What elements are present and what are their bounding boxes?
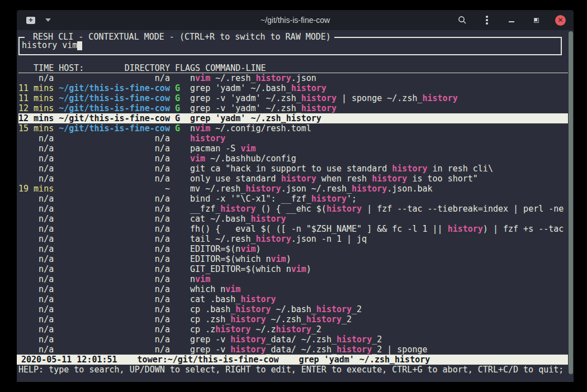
history-row[interactable]: n/a n/a GIT_EDITOR=$(which nvim) bbox=[18, 264, 568, 274]
dropdown-caret-icon bbox=[45, 18, 51, 22]
history-row[interactable]: 19 mins ~ mv ~/.resh_history.json ~/.res… bbox=[18, 184, 568, 194]
history-row[interactable]: n/a n/a cat .bash_history bbox=[18, 294, 568, 304]
close-button[interactable]: ✕ bbox=[555, 15, 566, 26]
status-command: grep 'yadm' ~/.zsh_history bbox=[278, 355, 430, 365]
maximize-icon bbox=[534, 18, 539, 23]
close-icon: ✕ bbox=[557, 17, 563, 23]
history-row[interactable]: n/a n/a cp .bash_history ~/.bash_history… bbox=[18, 304, 568, 314]
history-row[interactable]: 11 mins ~/git/this-is-fine-cow G grep -v… bbox=[18, 93, 568, 103]
minimize-icon bbox=[509, 21, 514, 22]
status-host-path: tower:~/git/this-is-fine-cow bbox=[117, 355, 279, 365]
kebab-menu-icon bbox=[486, 16, 488, 25]
history-row[interactable]: n/a n/a fh() { eval $( ([ -n "$ZSH_NAME"… bbox=[18, 224, 568, 234]
help-bar: HELP: type to search, UP/DOWN to select,… bbox=[18, 365, 564, 375]
search-icon bbox=[458, 16, 467, 25]
history-row[interactable]: 15 mins ~/git/this-is-fine-cow G nvim ~/… bbox=[18, 123, 568, 133]
history-row[interactable]: n/a n/a vim ~/.bashhub/config bbox=[18, 154, 568, 164]
history-row[interactable]: n/a n/a cp .zsh_history ~/.zsh_history_2 bbox=[18, 314, 568, 324]
history-row[interactable]: n/a n/a nvim bbox=[18, 274, 568, 284]
tab-dropdown-button[interactable] bbox=[42, 15, 54, 26]
scrollbar[interactable] bbox=[569, 31, 573, 374]
history-row[interactable]: n/a n/a bind -x '"\C-x1": __fzf_history'… bbox=[18, 194, 568, 204]
search-input[interactable]: history vim bbox=[22, 40, 82, 50]
minimize-button[interactable] bbox=[506, 15, 517, 26]
history-row[interactable]: n/a n/a history bbox=[18, 133, 568, 144]
status-timestamp: 2020-05-11 12:01:51 bbox=[21, 355, 117, 365]
history-row[interactable]: n/a n/a cp .zhistory ~/.zhistory_2 bbox=[18, 324, 568, 334]
history-row[interactable]: n/a n/a pacman -S vim bbox=[18, 144, 568, 154]
history-row[interactable]: n/a n/a only use standard history when r… bbox=[18, 174, 568, 184]
new-tab-button[interactable] bbox=[25, 15, 37, 26]
history-row[interactable]: n/a n/a nvim ~/.resh_history.json bbox=[18, 73, 568, 83]
history-row[interactable]: n/a n/a grep -v history_data/ ~/.zsh_his… bbox=[18, 345, 568, 355]
scrollbar-thumb[interactable] bbox=[569, 31, 573, 374]
history-row[interactable]: n/a n/a git ca "hack in support to use s… bbox=[18, 164, 568, 174]
history-row[interactable]: n/a n/a __fzf_history () { __ehc $(histo… bbox=[18, 204, 568, 214]
titlebar: ~/git/this-is-fine-cow ✕ bbox=[17, 10, 574, 30]
menu-button[interactable] bbox=[481, 15, 493, 26]
history-row[interactable]: n/a n/a tail ~/.resh_history.json -n 1 |… bbox=[18, 234, 568, 244]
table-header: TIME HOST: DIRECTORY FLAGS COMMAND-LINE bbox=[18, 63, 568, 73]
history-row[interactable]: n/a n/a EDITOR=$(which nvim) bbox=[18, 254, 568, 264]
history-row[interactable]: n/a n/a EDITOR=$(nvim) bbox=[18, 244, 568, 254]
terminal-window: ~/git/this-is-fine-cow ✕ bbox=[17, 10, 574, 382]
history-row[interactable]: n/a n/a grep -v history_data/ ~/.zsh_his… bbox=[18, 334, 568, 345]
history-row[interactable]: n/a n/a which nvim bbox=[18, 284, 568, 294]
maximize-button[interactable] bbox=[531, 15, 542, 26]
text-cursor-block bbox=[77, 41, 82, 50]
history-row[interactable]: 12 mins ~/git/this-is-fine-cow G grep 'y… bbox=[18, 113, 568, 123]
terminal-screen: RESH CLI - CONTEXTUAL MODE - (CTRL+R to … bbox=[17, 30, 574, 382]
search-button[interactable] bbox=[457, 15, 468, 26]
new-tab-icon bbox=[26, 17, 35, 24]
history-row[interactable]: 11 mins ~/git/this-is-fine-cow G grep 'y… bbox=[18, 83, 568, 93]
status-bar: 2020-05-11 12:01:51tower:~/git/this-is-f… bbox=[17, 355, 568, 365]
history-row[interactable]: n/a n/a cat ~/.bash_history bbox=[18, 214, 568, 224]
history-list: TIME HOST: DIRECTORY FLAGS COMMAND-LINE … bbox=[18, 63, 568, 355]
search-panel: RESH CLI - CONTEXTUAL MODE - (CTRL+R to … bbox=[18, 37, 562, 55]
history-row[interactable]: 12 mins ~/git/this-is-fine-cow G grep -v… bbox=[18, 103, 568, 113]
